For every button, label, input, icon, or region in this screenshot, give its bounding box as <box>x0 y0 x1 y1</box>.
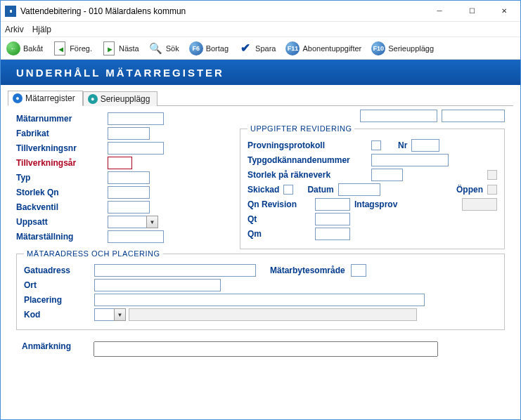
prev-button[interactable]: ◄ Föreg. <box>51 40 94 57</box>
minimize-button[interactable]: ─ <box>423 1 456 22</box>
label-qm: Qm <box>247 229 311 239</box>
f6-key-icon: F6 <box>189 41 203 55</box>
group-revidering: UPPGIFTER REVIDERING Provningsprotokoll … <box>240 124 505 249</box>
label-oppen: Öppen <box>456 185 483 195</box>
label-ort: Ort <box>24 280 94 290</box>
input-gatuadress[interactable] <box>94 264 256 277</box>
input-storlek-rakneverk[interactable] <box>371 169 403 181</box>
label-kod: Kod <box>24 310 94 320</box>
input-typgodkannande[interactable] <box>371 154 449 166</box>
label-nr: Nr <box>398 140 407 150</box>
back-arrow-icon: ← <box>6 41 20 55</box>
label-tillverkningsnr: Tillverkningsnr <box>16 143 108 153</box>
label-storlek-qn: Storlek Qn <box>16 188 108 197</box>
search-button[interactable]: 🔍 Sök <box>148 40 181 57</box>
dropdown-uppsatt[interactable]: ▼ <box>108 216 158 228</box>
globe-icon: ● <box>88 94 98 104</box>
back-button[interactable]: ← Bakåt <box>5 40 44 57</box>
input-top-extra-2[interactable] <box>442 110 505 122</box>
input-matarstallning[interactable] <box>108 230 164 243</box>
menu-arkiv[interactable]: Arkiv <box>5 25 24 34</box>
label-typ: Typ <box>16 173 108 183</box>
label-intagsprov: Intagsprov <box>354 199 397 209</box>
tab-serieupplagg[interactable]: ● Serieupplägg <box>83 91 158 106</box>
label-typgodkannande: Typgodkännandenummer <box>247 155 367 165</box>
input-fabrikat[interactable] <box>108 127 150 140</box>
serie-button[interactable]: F10 Serieupplägg <box>370 40 435 57</box>
label-fabrikat: Fabrikat <box>16 129 108 138</box>
checkbox-rakneverk-extra <box>487 170 497 180</box>
app-window: ∎ Vattendebitering - 010 Mälardalens kom… <box>0 0 521 420</box>
app-icon: ∎ <box>5 6 16 17</box>
window-title: Vattendebitering - 010 Mälardalens kommu… <box>20 6 423 16</box>
input-qt[interactable] <box>315 213 350 225</box>
input-top-extra-1[interactable] <box>360 110 437 122</box>
chevron-down-icon[interactable]: ▼ <box>146 216 158 228</box>
label-uppsatt: Uppsatt <box>16 217 108 227</box>
checkbox-oppen <box>487 185 497 195</box>
input-typ[interactable] <box>108 171 150 184</box>
delete-button[interactable]: F6 Bortag <box>188 40 230 57</box>
label-gatuadress: Gatuadress <box>24 265 94 275</box>
save-button[interactable]: ✔ Spara <box>237 40 277 57</box>
input-placering[interactable] <box>94 294 425 306</box>
checkbox-skickad[interactable] <box>283 185 293 195</box>
input-tillverkningsar[interactable] <box>108 157 132 169</box>
window-controls: ─ ☐ ✕ <box>423 1 520 22</box>
notes-row: Anmärkning <box>16 341 505 357</box>
input-ort[interactable] <box>94 279 221 291</box>
menu-hjalp[interactable]: Hjälp <box>32 25 51 34</box>
titlebar: ∎ Vattendebitering - 010 Mälardalens kom… <box>1 1 520 22</box>
maximize-button[interactable]: ☐ <box>456 1 488 22</box>
page-title: UNDERHÅLL MÄTARREGISTER <box>16 67 224 79</box>
label-placering: Placering <box>24 295 94 305</box>
close-button[interactable]: ✕ <box>488 1 520 22</box>
input-kod-desc <box>129 308 417 321</box>
f11-key-icon: F11 <box>285 41 300 55</box>
label-qt: Qt <box>247 214 311 224</box>
label-skickad: Skickad <box>247 185 279 195</box>
label-matarbytesomrade: Mätarbytesområde <box>270 265 345 275</box>
tab-content: Mätarnummer Fabrikat Tillverkningsnr Til… <box>1 106 520 419</box>
input-qn-revision[interactable] <box>315 198 350 211</box>
globe-icon: ● <box>13 93 22 103</box>
label-datum: Datum <box>307 185 333 195</box>
legend-mataradress: MÄTARADRESS OCH PLACERING <box>24 249 163 258</box>
checkbox-provningsprotokoll[interactable] <box>371 140 381 150</box>
input-matarbytesomrade[interactable] <box>351 264 366 277</box>
tab-matarregister[interactable]: ● Mätarregister <box>8 91 83 106</box>
input-datum[interactable] <box>338 183 380 196</box>
group-mataradress: MÄTARADRESS OCH PLACERING Gatuadress Mät… <box>16 249 505 330</box>
page-title-banner: UNDERHÅLL MÄTARREGISTER <box>1 60 520 85</box>
input-matarnummer[interactable] <box>108 112 164 125</box>
input-tillverkningsnr[interactable] <box>108 142 164 155</box>
label-tillverkningsar: Tillverkningsår <box>16 158 108 168</box>
right-column: UPPGIFTER REVIDERING Provningsprotokoll … <box>240 112 505 249</box>
input-uppsatt[interactable] <box>108 216 146 228</box>
abonent-button[interactable]: F11 Abonentuppgifter <box>284 40 363 57</box>
check-icon: ✔ <box>238 41 252 55</box>
input-qm[interactable] <box>315 228 350 240</box>
left-column: Mätarnummer Fabrikat Tillverkningsnr Til… <box>16 112 227 249</box>
label-matarnummer: Mätarnummer <box>16 114 108 124</box>
textarea-anmarkning[interactable] <box>94 341 438 357</box>
label-qn-revision: Qn Revision <box>247 199 311 209</box>
label-provningsprotokoll: Provningsprotokoll <box>247 140 367 150</box>
input-kod[interactable] <box>94 308 114 321</box>
legend-revidering: UPPGIFTER REVIDERING <box>247 124 354 133</box>
next-button[interactable]: ► Nästa <box>101 40 141 57</box>
label-matarstallning: Mätarställning <box>16 232 108 242</box>
input-intagsprov <box>462 198 497 211</box>
label-backventil: Backventil <box>16 202 108 212</box>
label-anmarkning: Anmärkning <box>16 341 86 351</box>
dropdown-kod[interactable]: ▼ <box>94 308 126 321</box>
prev-doc-icon: ◄ <box>53 41 67 55</box>
tabstrip: ● Mätarregister ● Serieupplägg <box>8 89 513 106</box>
toolbar: ← Bakåt ◄ Föreg. ► Nästa 🔍 Sök F6 Bortag… <box>1 37 520 60</box>
input-backventil[interactable] <box>108 201 150 214</box>
next-doc-icon: ► <box>102 41 116 55</box>
chevron-down-icon[interactable]: ▼ <box>114 308 126 321</box>
f10-key-icon: F10 <box>371 41 385 55</box>
input-storlek-qn[interactable] <box>108 186 150 199</box>
input-nr[interactable] <box>411 139 439 152</box>
